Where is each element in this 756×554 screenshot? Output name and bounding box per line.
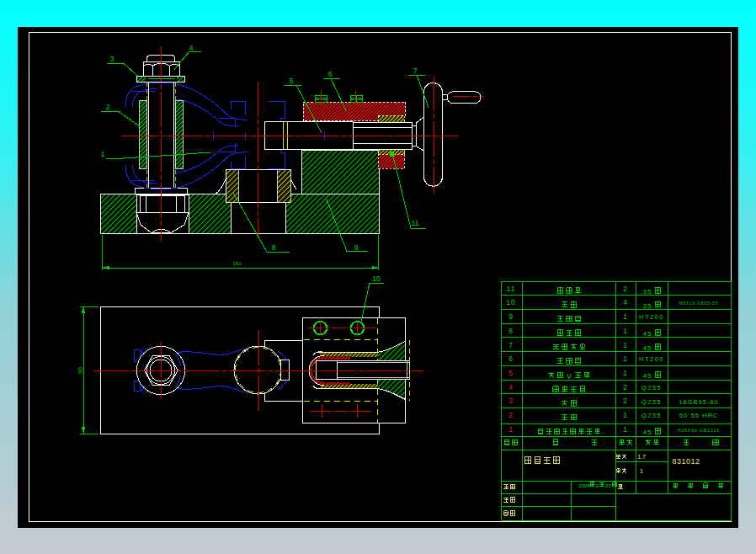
svg-text:1: 1 bbox=[101, 150, 105, 158]
svg-text:11: 11 bbox=[507, 285, 516, 293]
svg-text:1: 1 bbox=[623, 425, 628, 434]
svg-text:6: 6 bbox=[508, 354, 514, 363]
svg-text:35: 35 bbox=[643, 302, 652, 310]
svg-text:22: 22 bbox=[605, 482, 611, 488]
svg-text:1: 1 bbox=[640, 468, 643, 474]
svg-text:Q235: Q235 bbox=[642, 412, 662, 419]
svg-text:1: 1 bbox=[623, 312, 628, 321]
svg-text:50`55 HRC: 50`55 HRC bbox=[679, 412, 719, 419]
svg-text:8: 8 bbox=[508, 327, 514, 335]
svg-text:5: 5 bbox=[508, 369, 514, 377]
svg-text:35: 35 bbox=[643, 288, 652, 296]
svg-text:16GB95-80: 16GB95-80 bbox=[679, 398, 718, 406]
svg-text:4: 4 bbox=[508, 383, 514, 392]
svg-text:HJ6X66 GB2116: HJ6X66 GB2116 bbox=[678, 428, 720, 433]
svg-text:45: 45 bbox=[643, 429, 652, 436]
svg-text:M6X16 GB65-85: M6X16 GB65-85 bbox=[679, 301, 719, 306]
svg-text:HT200: HT200 bbox=[639, 355, 664, 363]
svg-text:45: 45 bbox=[643, 344, 652, 352]
svg-text:Q235: Q235 bbox=[642, 398, 662, 406]
svg-text:3: 3 bbox=[110, 55, 114, 63]
svg-text:150: 150 bbox=[232, 261, 242, 266]
svg-text:8: 8 bbox=[272, 243, 276, 252]
svg-text:10: 10 bbox=[506, 298, 515, 306]
svg-text:1: 1 bbox=[508, 425, 514, 434]
svg-text:1: 1 bbox=[623, 341, 628, 349]
svg-text:2: 2 bbox=[623, 397, 628, 405]
svg-text:2: 2 bbox=[596, 482, 599, 488]
svg-text:2006: 2006 bbox=[578, 482, 590, 488]
svg-text:831012: 831012 bbox=[672, 457, 700, 466]
svg-text:V: V bbox=[567, 372, 572, 381]
svg-text:2: 2 bbox=[623, 285, 628, 293]
svg-text:2: 2 bbox=[106, 103, 110, 111]
svg-text:1: 1 bbox=[623, 354, 628, 363]
svg-text:3: 3 bbox=[508, 397, 514, 405]
svg-text:6: 6 bbox=[328, 70, 333, 78]
svg-text:7: 7 bbox=[413, 67, 418, 75]
svg-text:9: 9 bbox=[508, 312, 514, 321]
svg-text:1.7: 1.7 bbox=[637, 454, 646, 460]
svg-text:1: 1 bbox=[623, 327, 628, 335]
svg-text:Q235: Q235 bbox=[642, 384, 662, 392]
svg-text:45: 45 bbox=[643, 372, 652, 380]
svg-text:2: 2 bbox=[623, 383, 628, 392]
svg-text:45: 45 bbox=[643, 330, 652, 338]
svg-text:4: 4 bbox=[623, 298, 628, 306]
svg-text:1: 1 bbox=[623, 369, 628, 377]
svg-text:9: 9 bbox=[354, 243, 359, 252]
svg-text:5: 5 bbox=[290, 77, 294, 85]
svg-text:7: 7 bbox=[508, 341, 514, 349]
svg-text:11: 11 bbox=[412, 219, 419, 227]
svg-text:10: 10 bbox=[372, 274, 381, 283]
svg-text:90: 90 bbox=[77, 367, 83, 374]
svg-text:HT200: HT200 bbox=[639, 313, 664, 321]
svg-text:4: 4 bbox=[189, 44, 194, 52]
svg-text:2: 2 bbox=[508, 411, 514, 419]
svg-text:1: 1 bbox=[623, 411, 628, 419]
